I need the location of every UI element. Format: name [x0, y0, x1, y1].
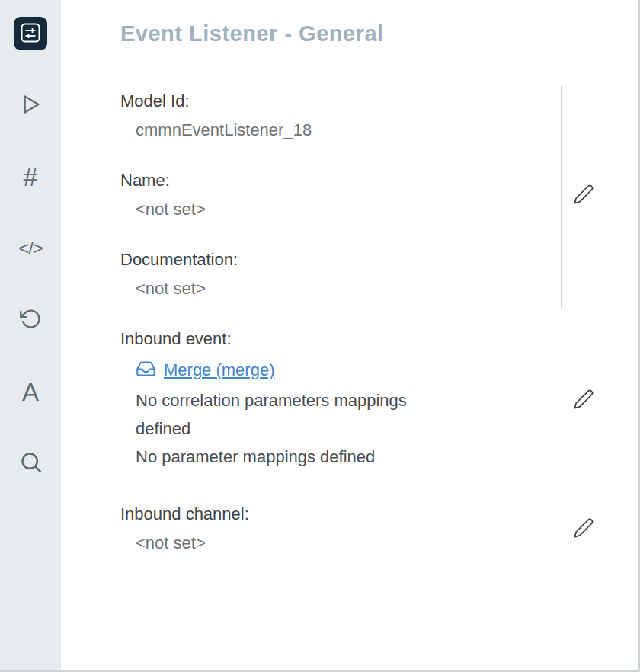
tab-play[interactable] [14, 88, 47, 122]
pencil-icon [573, 517, 594, 541]
pencil-icon [573, 184, 594, 207]
inbound-event-link[interactable]: Merge (merge) [164, 360, 274, 380]
tab-search[interactable] [14, 446, 47, 480]
field-name: Name: <not set> [120, 171, 608, 219]
panel-scrollbar[interactable] [561, 85, 562, 308]
undo-icon [20, 308, 42, 332]
tab-code[interactable]: </> [14, 232, 47, 265]
tab-text[interactable]: A [14, 375, 47, 408]
name-value: <not set> [120, 200, 559, 219]
code-icon: </> [18, 239, 43, 258]
text-icon: A [22, 379, 39, 405]
model-id-value: cmmnEventListener_18 [120, 120, 608, 140]
documentation-value: <not set> [120, 279, 608, 299]
parameter-mappings-text: No parameter mappings defined [120, 443, 448, 471]
inbound-channel-label: Inbound channel: [120, 504, 559, 524]
properties-panel: Event Listener - General Model Id: cmmnE… [61, 0, 638, 670]
model-id-label: Model Id: [120, 91, 608, 111]
modeler-properties-window: # </> A Event L [0, 0, 640, 672]
tool-sidebar: # </> A [0, 0, 61, 670]
inbound-event-label: Inbound event: [120, 329, 559, 349]
field-inbound-channel: Inbound channel: <not set> [120, 504, 608, 553]
field-documentation: Documentation: <not set> [120, 250, 608, 299]
correlation-mappings-text: No correlation parameters mappings defin… [120, 386, 448, 443]
name-label: Name: [120, 171, 559, 190]
edit-inbound-event-button[interactable] [570, 386, 597, 415]
documentation-label: Documentation: [120, 250, 608, 270]
search-icon [19, 450, 43, 476]
hash-icon: # [24, 164, 38, 190]
field-model-id: Model Id: cmmnEventListener_18 [120, 91, 608, 140]
play-icon [18, 92, 43, 119]
field-list: Model Id: cmmnEventListener_18 Name: <no… [120, 91, 608, 553]
tab-properties[interactable] [14, 17, 47, 50]
panel-title: Event Listener - General [120, 20, 608, 47]
sliders-icon [21, 23, 40, 45]
inbound-channel-value: <not set> [120, 533, 559, 553]
pencil-icon [573, 389, 594, 412]
edit-name-button[interactable] [570, 181, 597, 210]
inbox-event-icon [136, 358, 156, 382]
tab-undo[interactable] [14, 303, 47, 337]
tab-hash[interactable]: # [14, 160, 47, 194]
edit-inbound-channel-button[interactable] [570, 514, 597, 544]
field-inbound-event: Inbound event: Merge (merge) No correlat… [120, 329, 608, 471]
